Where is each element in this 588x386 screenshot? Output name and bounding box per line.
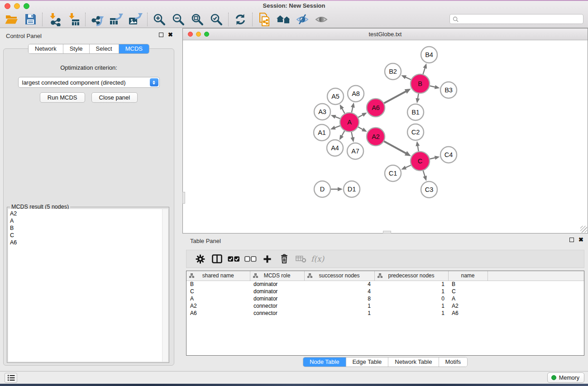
- result-list-item[interactable]: B: [8, 224, 162, 232]
- tab-edge-table[interactable]: Edge Table: [346, 357, 388, 367]
- network-close-button[interactable]: [188, 32, 193, 37]
- graph-edge-A2-C[interactable]: [384, 141, 406, 153]
- table-cell[interactable]: connector: [250, 302, 304, 310]
- open-file-button[interactable]: [2, 12, 21, 27]
- zoom-in-button[interactable]: [150, 12, 169, 27]
- graph-edge-A-A7[interactable]: [351, 132, 353, 138]
- graph-node-B4[interactable]: B4: [421, 47, 437, 63]
- left-splitter-handle[interactable]: [182, 192, 185, 204]
- graph-edge-A6-B[interactable]: [384, 91, 406, 103]
- float-panel-icon[interactable]: [159, 33, 163, 37]
- table-cell[interactable]: C: [448, 288, 488, 295]
- table-cell[interactable]: B: [186, 281, 250, 288]
- table-cell[interactable]: A: [186, 295, 250, 302]
- criterion-dropdown[interactable]: largest connected component (directed): [18, 77, 160, 88]
- graph-edge-B-B3[interactable]: [430, 86, 435, 87]
- table-cell[interactable]: A6: [186, 310, 250, 317]
- table-cell[interactable]: C: [186, 288, 250, 295]
- graph-edge-A-A5[interactable]: [342, 108, 345, 113]
- close-panel-button[interactable]: Close panel: [91, 92, 138, 103]
- export-image-button[interactable]: [126, 12, 145, 27]
- table-settings-button[interactable]: [192, 252, 209, 266]
- graph-node-A[interactable]: A: [340, 113, 359, 132]
- graph-node-D1[interactable]: D1: [344, 181, 360, 197]
- show-graphics-details-button[interactable]: [312, 12, 331, 27]
- table-cell[interactable]: A6: [448, 310, 488, 317]
- table-cell[interactable]: A2: [186, 302, 250, 310]
- home-views-button[interactable]: [274, 12, 293, 27]
- export-table-button[interactable]: [107, 12, 126, 27]
- tab-style[interactable]: Style: [63, 44, 90, 53]
- window-resize-grip[interactable]: [580, 226, 587, 233]
- float-panel-icon[interactable]: [569, 238, 574, 242]
- hide-unselected-columns-button[interactable]: [242, 252, 259, 266]
- table-cell[interactable]: 4: [304, 281, 374, 288]
- hide-graphics-details-button[interactable]: [293, 12, 312, 27]
- tab-motifs[interactable]: Motifs: [439, 357, 467, 367]
- graph-node-A2[interactable]: A2: [367, 128, 385, 146]
- save-session-button[interactable]: [21, 12, 40, 27]
- task-history-button[interactable]: [5, 373, 17, 383]
- zoom-fit-button[interactable]: [188, 12, 207, 27]
- delete-rows-button[interactable]: [276, 252, 292, 266]
- table-cell[interactable]: 1: [374, 302, 448, 310]
- graph-edge-A-A4[interactable]: [341, 131, 344, 137]
- add-row-button[interactable]: [259, 252, 276, 266]
- result-list-item[interactable]: A6: [8, 239, 162, 246]
- graph-node-C[interactable]: C: [411, 152, 430, 171]
- table-cell[interactable]: dominator: [250, 295, 304, 302]
- column-header-shared-name[interactable]: shared name: [186, 271, 250, 281]
- column-header-MCDS-role[interactable]: MCDS role: [250, 271, 304, 281]
- table-cell[interactable]: 1: [304, 302, 374, 310]
- graph-node-A8[interactable]: A8: [348, 86, 364, 102]
- table-cell[interactable]: A2: [448, 302, 488, 310]
- zoom-window-button[interactable]: [24, 3, 29, 9]
- graph-edge-C-C4[interactable]: [430, 157, 435, 159]
- tab-node-table[interactable]: Node Table: [303, 357, 346, 367]
- refresh-layout-button[interactable]: [231, 12, 250, 27]
- graph-node-A3[interactable]: A3: [314, 104, 330, 120]
- import-network-button[interactable]: [45, 12, 64, 27]
- result-list-item[interactable]: A2: [8, 210, 162, 217]
- zoom-selected-button[interactable]: [207, 12, 226, 27]
- graph-node-A4[interactable]: A4: [327, 140, 343, 156]
- table-cell[interactable]: dominator: [250, 281, 304, 288]
- function-builder-button[interactable]: f(x): [311, 254, 324, 263]
- graph-edge-C-C3[interactable]: [423, 171, 425, 177]
- close-window-button[interactable]: [5, 3, 10, 9]
- graph-node-B[interactable]: B: [411, 74, 430, 93]
- table-cell[interactable]: connector: [250, 310, 304, 317]
- result-list-item[interactable]: A: [8, 217, 162, 224]
- table-cell[interactable]: 8: [304, 295, 374, 302]
- graph-edge-A-A1[interactable]: [334, 126, 340, 128]
- graph-node-C4[interactable]: C4: [440, 147, 457, 163]
- graph-node-B3[interactable]: B3: [440, 82, 457, 98]
- minimize-window-button[interactable]: [14, 3, 20, 9]
- graph-node-A5[interactable]: A5: [327, 88, 344, 105]
- tab-mcds[interactable]: MCDS: [119, 44, 149, 53]
- graph-edge-B-B4[interactable]: [423, 67, 425, 74]
- network-canvas[interactable]: ABCA6A2A1A3A4A5A7A8B1B2B3B4C1C2C3C4DD1: [183, 40, 588, 233]
- table-cell[interactable]: 1: [374, 310, 448, 317]
- table-cell[interactable]: B: [448, 281, 488, 288]
- graph-node-B2[interactable]: B2: [385, 63, 401, 80]
- graph-node-B1[interactable]: B1: [407, 104, 424, 120]
- graph-node-C3[interactable]: C3: [421, 181, 437, 198]
- table-cell[interactable]: 1: [304, 310, 374, 317]
- select-columns-button[interactable]: [209, 252, 225, 266]
- graph-node-A6[interactable]: A6: [367, 99, 385, 117]
- graph-edge-B-B2[interactable]: [405, 77, 411, 80]
- network-zoom-button[interactable]: [204, 32, 209, 37]
- export-network-button[interactable]: [88, 12, 107, 27]
- network-minimize-button[interactable]: [196, 32, 201, 37]
- table-cell[interactable]: 0: [374, 295, 448, 302]
- table-cell[interactable]: dominator: [250, 288, 304, 295]
- table-row[interactable]: A6connector11A6: [186, 310, 584, 317]
- memory-button[interactable]: Memory: [547, 372, 584, 383]
- table-cell[interactable]: 1: [374, 281, 448, 288]
- column-header-name[interactable]: name: [448, 271, 488, 281]
- close-panel-icon[interactable]: ✖: [578, 238, 583, 242]
- delete-table-button[interactable]: [292, 252, 309, 266]
- graph-node-D[interactable]: D: [314, 181, 330, 197]
- search-field[interactable]: [449, 14, 583, 24]
